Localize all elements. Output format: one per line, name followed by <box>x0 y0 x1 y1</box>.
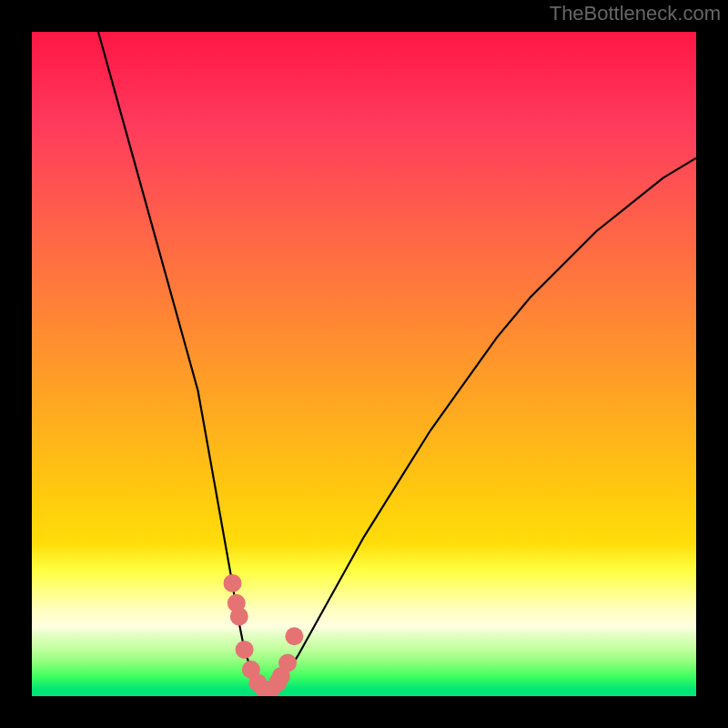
bottleneck-curve-line <box>98 32 696 690</box>
highlight-point <box>230 607 248 625</box>
chart-svg <box>32 32 696 696</box>
highlight-point <box>278 654 297 672</box>
watermark-text: TheBottleneck.com <box>550 2 721 25</box>
highlight-point <box>236 641 254 659</box>
highlight-point <box>224 574 242 592</box>
highlight-points-group <box>224 574 304 696</box>
highlight-point <box>285 627 303 645</box>
chart-plot-area <box>32 32 696 696</box>
